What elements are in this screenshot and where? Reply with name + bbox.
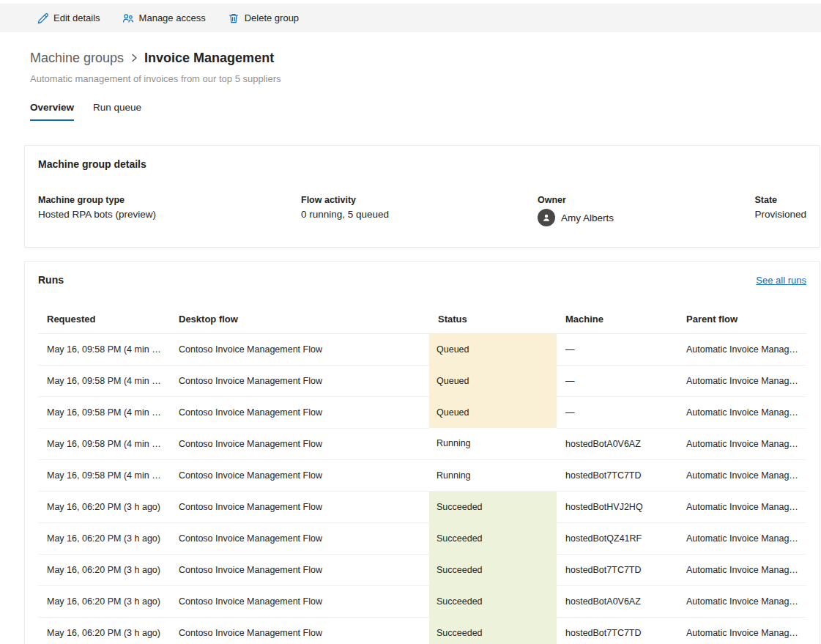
- field-value: 0 running, 5 queued: [301, 209, 538, 220]
- desktop-flow-cell: Contoso Invoice Management Flow: [170, 365, 429, 396]
- requested-cell: May 16, 06:20 PM (3 h ago): [38, 491, 170, 522]
- owner-value: Amy Alberts: [538, 209, 754, 226]
- desktop-flow-cell: Contoso Invoice Management Flow: [170, 491, 429, 522]
- machine-cell: —: [557, 396, 677, 428]
- parent-flow-cell: Automatic Invoice Manage...: [677, 365, 806, 396]
- machine-cell: hostedBotHVJ2HQ: [557, 491, 677, 522]
- manage-access-label: Manage access: [139, 12, 206, 23]
- status-cell: Succeeded: [429, 554, 557, 585]
- field-label: State: [754, 195, 806, 205]
- runs-card-title: Runs: [38, 274, 64, 286]
- machine-cell: —: [557, 333, 677, 365]
- field-owner: Owner Amy Alberts: [538, 195, 754, 226]
- column-header-machine[interactable]: Machine: [557, 306, 677, 333]
- field-flow-activity: Flow activity 0 running, 5 queued: [301, 195, 538, 220]
- desktop-flow-cell: Contoso Invoice Management Flow: [170, 396, 429, 428]
- requested-cell: May 16, 06:20 PM (3 h ago): [38, 617, 170, 644]
- requested-cell: May 16, 09:58 PM (4 min ago): [38, 396, 170, 428]
- tab-bar: Overview Run queue: [30, 102, 792, 121]
- desktop-flow-cell: Contoso Invoice Management Flow: [170, 522, 429, 554]
- command-bar: Edit details Manage access Delete group: [0, 4, 821, 32]
- status-cell: Succeeded: [429, 491, 557, 522]
- desktop-flow-cell: Contoso Invoice Management Flow: [170, 585, 429, 617]
- status-cell: Running: [429, 459, 557, 491]
- table-row[interactable]: May 16, 06:20 PM (3 h ago)Contoso Invoic…: [38, 554, 806, 585]
- trash-icon: [228, 12, 239, 24]
- column-header-desktop-flow[interactable]: Desktop flow: [170, 306, 429, 333]
- field-label: Owner: [538, 195, 754, 205]
- desktop-flow-cell: Contoso Invoice Management Flow: [170, 554, 429, 585]
- desktop-flow-cell: Contoso Invoice Management Flow: [170, 459, 429, 491]
- edit-details-label: Edit details: [53, 12, 100, 23]
- parent-flow-cell: Automatic Invoice Manage...: [677, 522, 806, 554]
- requested-cell: May 16, 09:58 PM (4 min ago): [38, 333, 170, 365]
- status-cell: Running: [429, 428, 557, 459]
- table-row[interactable]: May 16, 06:20 PM (3 h ago)Contoso Invoic…: [38, 585, 806, 617]
- runs-table: Requested Desktop flow Status Machine Pa…: [38, 306, 806, 644]
- field-label: Flow activity: [301, 195, 538, 205]
- requested-cell: May 16, 06:20 PM (3 h ago): [38, 554, 170, 585]
- requested-cell: May 16, 06:20 PM (3 h ago): [38, 522, 170, 554]
- parent-flow-cell: Automatic Invoice Manage...: [677, 554, 806, 585]
- people-icon: [122, 12, 134, 24]
- column-header-requested[interactable]: Requested: [38, 306, 170, 333]
- parent-flow-cell: Automatic Invoice Manage...: [677, 491, 806, 522]
- machine-cell: hostedBot7TC7TD: [557, 459, 677, 491]
- table-header-row: Requested Desktop flow Status Machine Pa…: [38, 306, 806, 333]
- edit-details-button[interactable]: Edit details: [29, 8, 108, 29]
- desktop-flow-cell: Contoso Invoice Management Flow: [170, 617, 429, 644]
- desktop-flow-cell: Contoso Invoice Management Flow: [170, 333, 429, 365]
- machine-cell: hostedBotA0V6AZ: [557, 585, 677, 617]
- avatar: [538, 209, 555, 226]
- page-header: Machine groups Invoice Management Automa…: [0, 32, 821, 121]
- table-row[interactable]: May 16, 09:58 PM (4 min ago)Contoso Invo…: [38, 428, 806, 459]
- parent-flow-cell: Automatic Invoice Manage...: [677, 428, 806, 459]
- table-row[interactable]: May 16, 06:20 PM (3 h ago)Contoso Invoic…: [38, 491, 806, 522]
- field-value: Hosted RPA bots (preview): [38, 209, 301, 220]
- machine-group-details-card: Machine group details Machine group type…: [24, 145, 820, 248]
- tab-run-queue[interactable]: Run queue: [93, 102, 141, 121]
- machine-cell: hostedBot7TC7TD: [557, 617, 677, 644]
- delete-group-label: Delete group: [245, 12, 299, 23]
- parent-flow-cell: Automatic Invoice Manage...: [677, 617, 806, 644]
- parent-flow-cell: Automatic Invoice Manage...: [677, 459, 806, 491]
- field-machine-group-type: Machine group type Hosted RPA bots (prev…: [38, 195, 301, 220]
- breadcrumb-machine-groups[interactable]: Machine groups: [30, 49, 124, 67]
- table-row[interactable]: May 16, 09:58 PM (4 min ago)Contoso Invo…: [38, 365, 806, 396]
- requested-cell: May 16, 06:20 PM (3 h ago): [38, 585, 170, 617]
- status-cell: Queued: [429, 365, 557, 396]
- column-header-status[interactable]: Status: [429, 306, 557, 333]
- table-row[interactable]: May 16, 09:58 PM (4 min ago)Contoso Invo…: [38, 396, 806, 428]
- status-cell: Succeeded: [429, 617, 557, 644]
- machine-cell: —: [557, 365, 677, 396]
- runs-card: Runs See all runs Requested Desktop flow…: [24, 261, 820, 644]
- table-row[interactable]: May 16, 06:20 PM (3 h ago)Contoso Invoic…: [38, 522, 806, 554]
- table-row[interactable]: May 16, 06:20 PM (3 h ago)Contoso Invoic…: [38, 617, 806, 644]
- desktop-flow-cell: Contoso Invoice Management Flow: [170, 428, 429, 459]
- machine-cell: hostedBotA0V6AZ: [557, 428, 677, 459]
- details-fields: Machine group type Hosted RPA bots (prev…: [38, 195, 806, 226]
- page-content: Machine group details Machine group type…: [0, 145, 821, 644]
- parent-flow-cell: Automatic Invoice Manage...: [677, 396, 806, 428]
- tab-overview[interactable]: Overview: [30, 102, 74, 121]
- requested-cell: May 16, 09:58 PM (4 min ago): [38, 428, 170, 459]
- requested-cell: May 16, 09:58 PM (4 min ago): [38, 459, 170, 491]
- runs-table-body: May 16, 09:58 PM (4 min ago)Contoso Invo…: [38, 333, 806, 644]
- delete-group-button[interactable]: Delete group: [220, 8, 306, 29]
- see-all-runs-link[interactable]: See all runs: [756, 275, 806, 286]
- machine-cell: hostedBot7TC7TD: [557, 554, 677, 585]
- owner-name: Amy Alberts: [561, 212, 614, 223]
- manage-access-button[interactable]: Manage access: [115, 8, 213, 29]
- field-label: Machine group type: [38, 195, 301, 205]
- table-row[interactable]: May 16, 09:58 PM (4 min ago)Contoso Invo…: [38, 333, 806, 365]
- status-cell: Queued: [429, 333, 557, 365]
- page-title: Invoice Management: [144, 49, 274, 67]
- field-value: Provisioned: [754, 209, 806, 220]
- column-header-parent-flow[interactable]: Parent flow: [677, 306, 806, 333]
- details-card-title: Machine group details: [38, 158, 806, 170]
- field-state: State Provisioned: [754, 195, 806, 220]
- status-cell: Succeeded: [429, 585, 557, 617]
- table-row[interactable]: May 16, 09:58 PM (4 min ago)Contoso Invo…: [38, 459, 806, 491]
- parent-flow-cell: Automatic Invoice Manage...: [677, 333, 806, 365]
- group-description: Automatic management of invoices from ou…: [30, 73, 792, 84]
